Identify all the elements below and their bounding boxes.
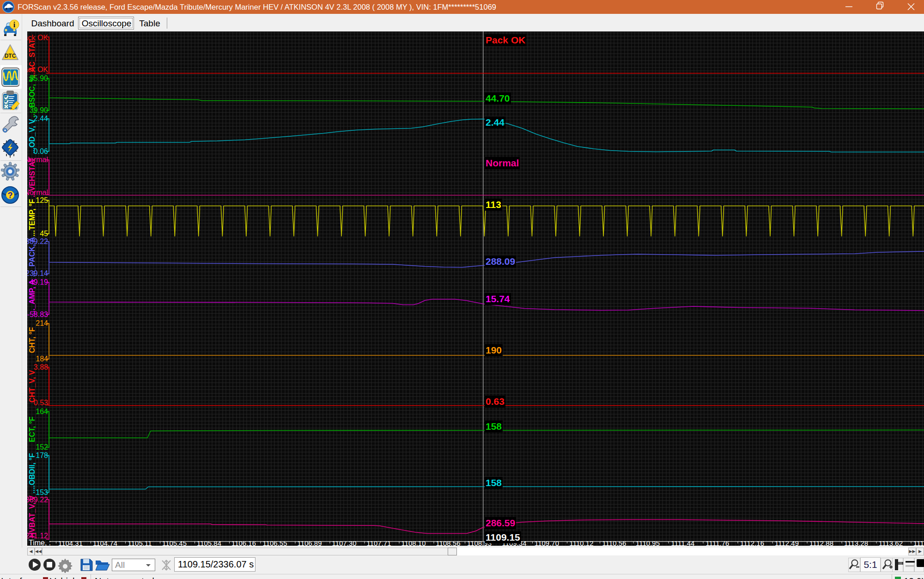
svg-text:?: ?	[8, 191, 13, 200]
svg-text:DTC: DTC	[5, 53, 16, 59]
svg-text:i: i	[13, 21, 16, 29]
